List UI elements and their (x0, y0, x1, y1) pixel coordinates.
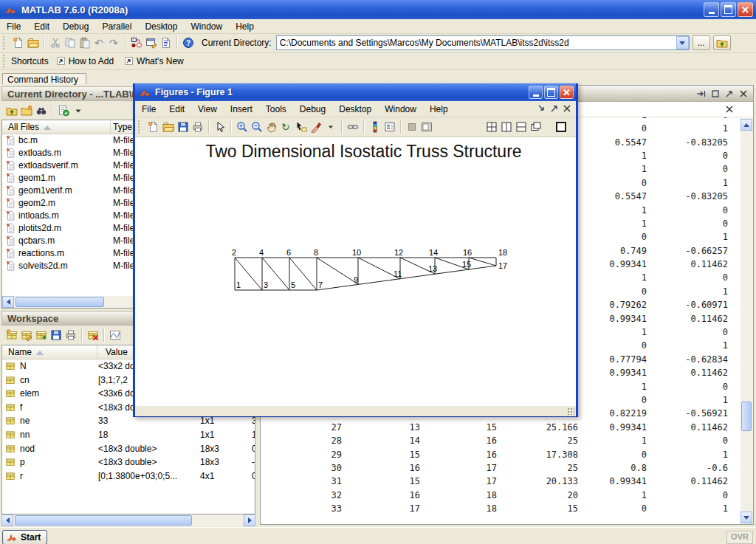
find-icon[interactable] (34, 103, 49, 118)
close-x-icon[interactable] (560, 103, 573, 114)
zoom-out-icon[interactable] (250, 120, 264, 134)
close-x-icon[interactable] (722, 102, 737, 117)
workspace-variable-row[interactable]: r[0;1.3800e+03;0;5...4x10 (2, 469, 255, 483)
menu-debug[interactable]: Debug (56, 20, 95, 33)
start-button[interactable]: Start (2, 530, 47, 544)
insert-legend-icon[interactable] (382, 120, 397, 134)
column-splitter[interactable] (97, 345, 97, 359)
scroll-left-button[interactable] (2, 296, 14, 308)
figure-titlebar[interactable]: Figures - Figure 1 ✕ (135, 83, 576, 101)
scroll-right-button[interactable] (244, 514, 255, 526)
column-all-files[interactable]: All Files (8, 122, 51, 132)
zoom-in-icon[interactable] (235, 120, 250, 134)
figure-canvas[interactable]: Two Dimensional Isostatic Truss Structur… (135, 137, 576, 406)
data-cursor-icon[interactable] (294, 120, 309, 134)
edit-variable-icon[interactable] (19, 328, 34, 342)
menu-desktop[interactable]: Desktop (138, 20, 184, 33)
toolbar-grip[interactable] (138, 120, 143, 134)
minimize-button[interactable] (704, 2, 719, 17)
undock-arrow-icon[interactable] (548, 103, 560, 114)
shortcut-what-s-new[interactable]: What's New (124, 56, 184, 66)
simulink-icon[interactable] (129, 35, 144, 50)
new-variable-icon[interactable] (4, 328, 19, 342)
figure-menu-debug[interactable]: Debug (293, 103, 332, 116)
figure-menu-desktop[interactable]: Desktop (332, 103, 378, 116)
brush-caret-icon[interactable] (323, 120, 338, 134)
resize-grip[interactable] (567, 407, 574, 415)
import-data-icon[interactable] (34, 328, 49, 342)
guide-icon[interactable] (144, 35, 159, 50)
figure-menu-insert[interactable]: Insert (224, 103, 259, 116)
up-one-directory-button[interactable] (713, 35, 731, 50)
open-file-icon[interactable] (161, 120, 176, 134)
scroll-up-button[interactable] (740, 119, 752, 131)
column-value[interactable]: Value (106, 347, 128, 357)
figure-menu-help[interactable]: Help (423, 103, 455, 116)
scroll-left-button[interactable] (1, 514, 13, 526)
scrollbar-thumb[interactable] (16, 297, 104, 307)
open-file-icon[interactable] (26, 35, 41, 50)
figure-window[interactable]: Figures - Figure 1 ✕ FileEditViewInsertT… (133, 83, 578, 417)
workspace-variable-row[interactable]: nod<18x3 double>18x30 (2, 442, 255, 456)
folder-up-icon[interactable] (4, 103, 19, 118)
delete-variable-icon[interactable] (86, 328, 100, 342)
caret-down-icon[interactable] (71, 103, 86, 118)
figure-menu-window[interactable]: Window (378, 103, 423, 116)
check-doc-icon[interactable] (56, 103, 71, 118)
tile-horizontal-icon[interactable] (514, 120, 529, 134)
menu-window[interactable]: Window (184, 20, 229, 33)
undock-arrow-icon[interactable] (722, 87, 736, 100)
tile-grid-icon[interactable] (484, 120, 499, 134)
shortcut-how-to-add[interactable]: How to Add (56, 56, 114, 66)
edit-plot-icon[interactable] (213, 120, 227, 134)
close-button[interactable]: ✕ (738, 2, 753, 17)
close-x-icon[interactable] (736, 87, 750, 100)
tile-vertical-icon[interactable] (499, 120, 514, 134)
menu-edit[interactable]: Edit (27, 20, 56, 33)
figure-maximize-button[interactable] (544, 86, 558, 99)
help-icon[interactable]: ? (181, 35, 196, 50)
show-plot-tools-icon[interactable] (419, 120, 434, 134)
rotate-3d-icon[interactable]: ↻ (279, 120, 294, 134)
copy-icon[interactable] (63, 35, 78, 50)
scrollbar-thumb[interactable] (15, 515, 192, 526)
plot-variable-icon[interactable] (108, 328, 123, 342)
save-figure-icon[interactable] (176, 120, 190, 134)
undo-icon[interactable]: ↶ (92, 35, 107, 50)
new-folder-icon[interactable] (19, 103, 34, 118)
workspace-horizontal-scrollbar[interactable] (1, 514, 255, 526)
scroll-down-button[interactable] (740, 512, 752, 523)
brush-icon[interactable] (309, 120, 323, 134)
current-directory-dropdown-button[interactable] (676, 36, 689, 49)
paste-icon[interactable] (78, 35, 92, 50)
cascade-icon[interactable] (529, 120, 543, 134)
column-type[interactable]: Type (113, 122, 132, 132)
m-file-editor-icon[interactable] (159, 35, 173, 50)
workspace-variable-row[interactable]: p<18x3 double>18x3-6 (2, 455, 255, 469)
new-figure-icon[interactable] (146, 120, 161, 134)
figure-close-button[interactable]: ✕ (560, 86, 574, 99)
new-file-icon[interactable] (11, 35, 26, 50)
hide-plot-tools-icon[interactable] (405, 120, 419, 134)
figure-menu-edit[interactable]: Edit (162, 103, 191, 116)
restore-button[interactable] (721, 2, 736, 17)
figure-minimize-button[interactable] (529, 86, 543, 99)
command-window-vertical-scrollbar[interactable] (740, 118, 753, 524)
restore-box-icon[interactable] (708, 87, 722, 100)
insert-colorbar-icon[interactable] (368, 120, 382, 134)
menu-help[interactable]: Help (229, 20, 261, 33)
cut-icon[interactable] (48, 35, 63, 50)
dock-bar-icon[interactable] (694, 87, 708, 100)
menu-file[interactable]: File (0, 20, 27, 33)
column-name[interactable]: Name (8, 347, 44, 357)
dock-curve-icon[interactable] (535, 103, 548, 114)
tab-command-history[interactable]: Command History (2, 73, 86, 84)
figure-menu-tools[interactable]: Tools (259, 103, 293, 116)
print-icon[interactable] (63, 328, 78, 342)
menu-parallel[interactable]: Parallel (95, 20, 138, 33)
redo-icon[interactable]: ↷ (107, 35, 122, 50)
scrollbar-thumb[interactable] (741, 402, 752, 431)
print-figure-icon[interactable] (190, 120, 205, 134)
column-splitter[interactable] (110, 120, 111, 134)
pan-icon[interactable] (264, 120, 279, 134)
